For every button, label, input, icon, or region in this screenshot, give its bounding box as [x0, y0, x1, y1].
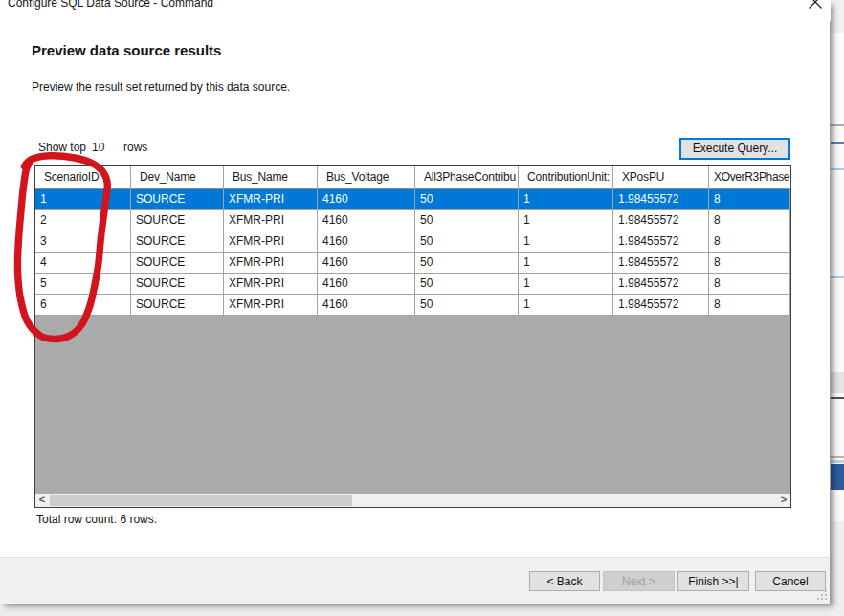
column-header[interactable]: ContributionUnit: — [519, 166, 613, 188]
table-cell[interactable]: 50 — [415, 295, 519, 316]
table-cell[interactable]: 1 — [519, 189, 613, 210]
column-header[interactable]: Dev_Name — [131, 166, 224, 188]
column-header[interactable]: Bus_Voltage — [318, 166, 415, 188]
table-cell[interactable]: SOURCE — [131, 295, 224, 316]
table-cell[interactable]: XFMR-PRI — [224, 210, 318, 231]
table-cell[interactable]: 4160 — [318, 210, 415, 231]
table-row[interactable]: 5SOURCEXFMR-PRI41605011.984555728 — [35, 274, 790, 295]
table-cell[interactable]: 4160 — [318, 253, 415, 274]
table-cell[interactable]: SOURCE — [131, 189, 224, 210]
table-cell[interactable]: 4160 — [318, 189, 415, 210]
show-top-label: Show top — [38, 141, 86, 154]
table-cell[interactable]: 1.98455572 — [613, 210, 709, 231]
window-title: Configure SQL Data Source - Command — [8, 0, 213, 10]
page-title: Preview data source results — [32, 42, 221, 58]
table-cell[interactable]: 1 — [519, 295, 613, 316]
execute-query-button[interactable]: Execute Query... — [679, 138, 790, 160]
screen: Configure SQL Data Source - Command Prev… — [0, 0, 844, 616]
results-table: ScenarioIDDev_NameBus_NameBus_VoltageAll… — [34, 165, 791, 508]
table-cell[interactable]: 4160 — [318, 274, 415, 295]
table-header-row: ScenarioIDDev_NameBus_NameBus_VoltageAll… — [35, 166, 790, 189]
table-cell[interactable]: 8 — [709, 253, 790, 274]
show-top-rows-label: rows — [123, 141, 147, 154]
table-cell[interactable]: 8 — [709, 231, 790, 253]
table-cell[interactable]: 1.98455572 — [613, 231, 709, 253]
back-button[interactable]: < Back — [529, 571, 600, 591]
finish-button[interactable]: Finish >>| — [677, 571, 749, 591]
table-cell[interactable]: SOURCE — [131, 210, 224, 231]
table-cell[interactable]: 1.98455572 — [613, 295, 709, 316]
table-cell[interactable]: 1.98455572 — [613, 189, 709, 210]
horizontal-scrollbar[interactable]: < > — [35, 494, 790, 507]
scrollbar-thumb[interactable] — [50, 495, 352, 506]
table-cell[interactable]: XFMR-PRI — [224, 189, 318, 210]
table-cell[interactable]: 50 — [415, 253, 519, 274]
table-cell[interactable]: 2 — [35, 210, 131, 231]
table-cell[interactable]: 4 — [35, 253, 131, 274]
next-button: Next > — [603, 571, 675, 591]
table-cell[interactable]: 50 — [415, 231, 519, 253]
table-cell[interactable]: XFMR-PRI — [224, 274, 318, 295]
column-header[interactable]: XOverR3Phase — [709, 166, 790, 188]
table-cell[interactable]: 1 — [519, 274, 613, 295]
table-cell[interactable]: 6 — [35, 295, 131, 316]
table-cell[interactable]: XFMR-PRI — [224, 231, 318, 253]
footer: < Back Next > Finish >>| Cancel — [0, 557, 830, 604]
table-cell[interactable]: 3 — [35, 231, 131, 253]
table-cell[interactable]: SOURCE — [131, 231, 224, 253]
cancel-button[interactable]: Cancel — [755, 571, 826, 591]
table-cell[interactable]: 8 — [709, 189, 790, 210]
table-cell[interactable]: 8 — [709, 295, 790, 316]
resize-grip[interactable] — [816, 589, 828, 601]
table-cell[interactable]: 50 — [415, 189, 519, 210]
column-header[interactable]: Bus_Name — [224, 166, 318, 188]
table-cell[interactable]: 4160 — [318, 295, 415, 316]
table-empty-area — [35, 316, 790, 493]
close-icon[interactable] — [808, 0, 823, 10]
column-header[interactable]: ScenarioID — [35, 166, 131, 188]
table-row[interactable]: 6SOURCEXFMR-PRI41605011.984555728 — [35, 295, 790, 316]
table-cell[interactable]: SOURCE — [131, 274, 224, 295]
background-window-strip — [830, 0, 844, 616]
column-header[interactable]: XPosPU — [613, 166, 709, 188]
table-cell[interactable]: 1 — [519, 253, 613, 274]
table-cell[interactable]: 1 — [519, 231, 613, 253]
table-cell[interactable]: 8 — [709, 274, 790, 295]
table-cell[interactable]: 4160 — [318, 231, 415, 253]
table-cell[interactable]: SOURCE — [131, 253, 224, 274]
table-cell[interactable]: 8 — [709, 210, 790, 231]
table-row[interactable]: 4SOURCEXFMR-PRI41605011.984555728 — [35, 253, 790, 274]
table-cell[interactable]: 50 — [415, 274, 519, 295]
table-cell[interactable]: 1.98455572 — [613, 274, 709, 295]
page-description: Preview the result set returned by this … — [32, 80, 290, 94]
show-top-count-value[interactable]: 10 — [92, 141, 104, 154]
scrollbar-left-arrow-icon[interactable]: < — [35, 494, 49, 507]
table-cell[interactable]: 1 — [519, 210, 613, 231]
scrollbar-right-arrow-icon[interactable]: > — [777, 494, 790, 507]
column-header[interactable]: All3PhaseContribu — [415, 166, 519, 188]
table-cell[interactable]: 5 — [35, 274, 131, 295]
total-row-count: Total row count: 6 rows. — [36, 513, 157, 526]
table-cell[interactable]: 1 — [35, 189, 131, 210]
dialog-configure-sql-data-source: Configure SQL Data Source - Command Prev… — [0, 0, 831, 604]
table-cell[interactable]: 1.98455572 — [613, 253, 709, 274]
table-row[interactable]: 3SOURCEXFMR-PRI41605011.984555728 — [35, 231, 790, 253]
table-cell[interactable]: 50 — [415, 210, 519, 231]
table-row[interactable]: 1SOURCEXFMR-PRI41605011.984555728 — [35, 189, 790, 210]
table-row[interactable]: 2SOURCEXFMR-PRI41605011.984555728 — [35, 210, 790, 231]
table-cell[interactable]: XFMR-PRI — [224, 253, 318, 274]
table-cell[interactable]: XFMR-PRI — [224, 295, 318, 316]
titlebar: Configure SQL Data Source - Command — [0, 0, 831, 21]
